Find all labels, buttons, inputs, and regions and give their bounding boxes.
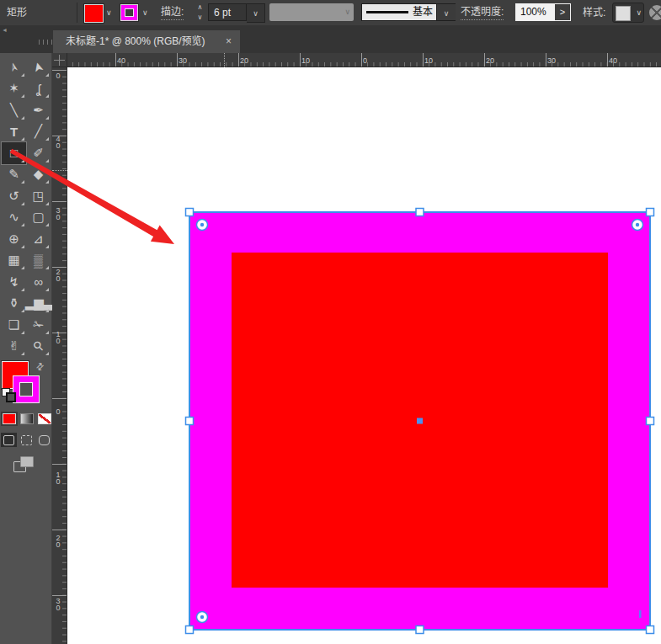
- center-point[interactable]: [417, 418, 423, 424]
- shape-builder-tool-icon: ⊕: [8, 232, 19, 247]
- handle-bottom-right[interactable]: [647, 626, 654, 634]
- h-ruler-label: 10: [424, 56, 433, 65]
- width-tool[interactable]: ∿: [2, 207, 26, 229]
- corner-widget-bottom-right-partial[interactable]: [639, 610, 642, 618]
- h-ruler-label: 40: [117, 56, 125, 65]
- default-fill-stroke[interactable]: [2, 388, 14, 401]
- lasso-tool-icon: ʆ: [36, 82, 40, 96]
- chevron-down-icon: ∨: [444, 9, 450, 18]
- chevron-down-icon: ∨: [253, 9, 259, 18]
- paint-color-button[interactable]: [1, 412, 18, 426]
- fill-color-swatch[interactable]: [84, 4, 104, 23]
- perspective-grid-tool[interactable]: ⊿: [26, 228, 51, 250]
- style-label: 样式:: [583, 0, 605, 25]
- handle-bottom-middle[interactable]: [416, 626, 424, 634]
- shaper-tool[interactable]: ✎: [2, 164, 26, 186]
- h-ruler-label: 20: [240, 56, 248, 65]
- rectangle-tool[interactable]: □: [2, 142, 26, 164]
- corner-widget-bottom-left[interactable]: [197, 612, 208, 623]
- artboard-tool[interactable]: ❏: [2, 314, 26, 336]
- zoom-tool[interactable]: ⚲: [26, 336, 51, 358]
- paintbrush-tool-icon: ✐: [33, 146, 44, 161]
- draw-inside-icon: [39, 435, 50, 445]
- stroke-weight-input[interactable]: 6 pt: [208, 3, 247, 21]
- brush-dropdown-button[interactable]: ∨: [436, 4, 456, 20]
- artboard-canvas[interactable]: [67, 67, 661, 644]
- scale-tool-icon: ◳: [32, 189, 44, 204]
- width-profile-dropdown-disabled: ∨: [269, 3, 354, 21]
- zoom-tool-icon: ⚲: [29, 338, 47, 355]
- paintbrush-tool[interactable]: ✐: [26, 142, 51, 164]
- paint-none-button[interactable]: [36, 412, 53, 426]
- brush-definition-dropdown[interactable]: 基本 ∨: [361, 3, 456, 21]
- selection-tool[interactable]: ➢: [2, 56, 26, 78]
- scale-tool[interactable]: ◳: [26, 185, 51, 207]
- screen-mode-front-icon: [20, 456, 34, 467]
- handle-middle-left[interactable]: [186, 418, 194, 425]
- eraser-tool-icon: ◆: [34, 167, 44, 182]
- color-chip-icon: [3, 413, 16, 424]
- direct-selection-tool[interactable]: ➤: [26, 56, 51, 78]
- width-tool-icon: ∿: [8, 210, 19, 225]
- column-graph-tool[interactable]: ▂▆▃: [26, 293, 51, 315]
- pen-tool[interactable]: ✒: [26, 99, 51, 121]
- curvature-tool[interactable]: ╲: [2, 99, 26, 121]
- blend-tool[interactable]: ∞: [26, 271, 51, 293]
- ruler-origin-corner[interactable]: [52, 53, 67, 67]
- rectangle-tool-icon: □: [10, 146, 18, 160]
- swap-fill-stroke-icon[interactable]: ⇄: [34, 360, 47, 374]
- document-tab[interactable]: 未标题-1* @ 800% (RGB/预览) ×: [53, 30, 240, 53]
- type-tool[interactable]: T: [2, 121, 26, 143]
- gear-icon[interactable]: [649, 5, 661, 20]
- tab-bar: ◄ 未标题-1* @ 800% (RGB/预览) ×: [0, 25, 661, 53]
- corner-widget-top-left[interactable]: [197, 220, 208, 231]
- style-dropdown[interactable]: ∨: [612, 3, 644, 23]
- stroke-weight-stepper[interactable]: ∧ ∨: [195, 3, 205, 23]
- gradient-tool[interactable]: ▒: [26, 250, 51, 272]
- stroke-weight-label[interactable]: 描边:: [161, 6, 184, 20]
- draw-inside-button[interactable]: [36, 433, 52, 447]
- lasso-tool[interactable]: ʆ: [26, 78, 51, 100]
- stroke-dropdown-chevron-icon[interactable]: ∨: [142, 0, 148, 25]
- chevron-down-icon: ∨: [636, 0, 642, 25]
- hand-tool[interactable]: ✌: [2, 336, 26, 358]
- eraser-tool[interactable]: ◆: [26, 164, 51, 186]
- draw-normal-icon: [3, 435, 14, 445]
- screen-mode-button[interactable]: [13, 456, 34, 472]
- free-transform-tool[interactable]: ▢: [26, 207, 51, 229]
- corner-widget-top-right[interactable]: [632, 220, 643, 231]
- opacity-label[interactable]: 不透明度:: [461, 6, 504, 20]
- mesh-tool[interactable]: ▦: [2, 250, 26, 272]
- v-ruler[interactable]: 0403020100102030: [52, 67, 67, 644]
- h-ruler-pointer-mark: [224, 53, 226, 67]
- stroke-chip[interactable]: [13, 376, 39, 402]
- draw-behind-button[interactable]: [19, 433, 35, 447]
- panel-collapse-arrow-icon[interactable]: ◄: [2, 26, 8, 35]
- artwork-svg: [67, 67, 661, 644]
- opacity-input[interactable]: 100%: [520, 4, 546, 20]
- opacity-flyout-button[interactable]: >: [555, 4, 570, 20]
- h-ruler[interactable]: 40302010010203040: [67, 53, 661, 67]
- tab-close-icon[interactable]: ×: [226, 30, 232, 53]
- handle-top-middle[interactable]: [416, 209, 424, 216]
- slice-tool[interactable]: ✁: [26, 314, 51, 336]
- handle-top-left[interactable]: [186, 209, 194, 216]
- paint-gradient-button[interactable]: [19, 412, 35, 426]
- stroke-swatch-hole: [125, 8, 134, 17]
- eyedropper-tool[interactable]: ↯: [2, 271, 26, 293]
- selection-tool-icon: ➢: [5, 60, 23, 74]
- stepper-down-icon[interactable]: ∨: [195, 13, 205, 23]
- magic-wand-tool[interactable]: ✶: [2, 78, 26, 100]
- stroke-color-swatch[interactable]: [120, 4, 138, 21]
- rotate-tool[interactable]: ↺: [2, 185, 26, 207]
- stroke-weight-dropdown[interactable]: ∨: [247, 3, 265, 23]
- handle-top-right[interactable]: [647, 209, 654, 216]
- handle-middle-right[interactable]: [647, 418, 654, 425]
- line-segment-tool[interactable]: ╱: [26, 121, 51, 143]
- handle-bottom-left[interactable]: [186, 626, 194, 634]
- shape-builder-tool[interactable]: ⊕: [2, 228, 26, 250]
- fill-dropdown-chevron-icon[interactable]: ∨: [106, 0, 112, 25]
- symbol-sprayer-tool[interactable]: ⚱: [2, 293, 26, 315]
- draw-normal-button[interactable]: [1, 433, 17, 447]
- stepper-up-icon[interactable]: ∧: [195, 3, 205, 13]
